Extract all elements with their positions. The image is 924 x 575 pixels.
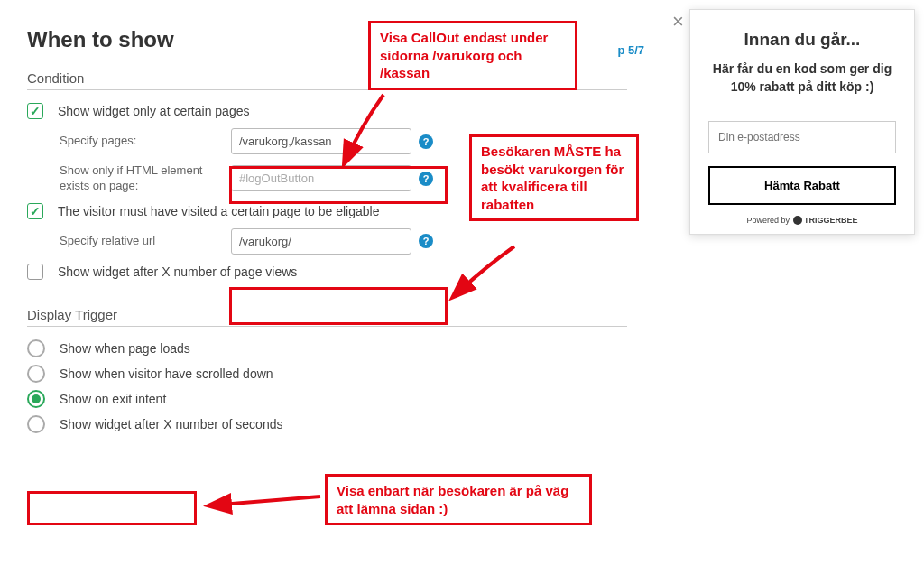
radio-load[interactable] (27, 339, 45, 357)
display-trigger-title: Display Trigger (27, 307, 627, 327)
help-icon[interactable]: ? (419, 234, 433, 248)
row-trigger-secs: Show widget after X number of seconds (27, 415, 627, 433)
label-secs: Show widget after X number of seconds (60, 417, 282, 431)
annotation-exit-intent: Visa enbart när besökaren är på väg att … (325, 474, 592, 525)
checkbox-must-visit[interactable] (27, 203, 43, 219)
step-indicator: p 5/7 (617, 43, 644, 57)
annotation-callout-pages: Visa CallOut endast under sidorna /varuk… (368, 21, 578, 90)
help-icon[interactable]: ? (419, 172, 433, 186)
popup-email-input[interactable] (708, 121, 896, 153)
help-icon[interactable]: ? (419, 134, 433, 149)
input-specify-url[interactable] (231, 228, 411, 255)
row-specify-url: Specify relative url ? (60, 228, 627, 255)
checkbox-certain-pages[interactable] (27, 103, 43, 119)
popup-preview: × Innan du går... Här får du en kod som … (689, 9, 915, 235)
label-specify-pages: Specify pages: (60, 134, 231, 149)
close-icon[interactable]: × (672, 12, 684, 32)
label-must-visit: The visitor must have visited a certain … (58, 204, 379, 218)
powered-by: Powered by TRIGGERBEE (708, 216, 896, 225)
label-exit: Show on exit intent (60, 392, 166, 406)
input-specify-pages[interactable] (231, 128, 411, 154)
highlight-exit-row (27, 491, 197, 525)
row-trigger-exit: Show on exit intent (27, 390, 627, 408)
popup-title: Innan du går... (708, 30, 896, 50)
brand-icon (793, 216, 802, 225)
radio-exit[interactable] (27, 390, 45, 408)
label-specify-url: Specify relative url (60, 234, 231, 249)
row-page-views: Show widget after X number of page views (27, 264, 627, 280)
popup-text: Här får du en kod som ger dig 10% rabatt… (708, 60, 896, 96)
row-trigger-load: Show when page loads (27, 339, 627, 357)
arrow-icon (203, 487, 329, 515)
popup-submit-button[interactable]: Hämta Rabatt (708, 166, 896, 205)
label-scroll: Show when visitor have scrolled down (60, 366, 273, 381)
checkbox-page-views[interactable] (27, 264, 43, 280)
label-html-element: Show only if HTML element exists on page… (60, 163, 231, 194)
radio-scroll[interactable] (27, 365, 45, 383)
radio-secs[interactable] (27, 415, 45, 433)
row-trigger-scroll: Show when visitor have scrolled down (27, 365, 627, 383)
label-certain-pages: Show widget only at certain pages (58, 104, 249, 118)
annotation-must-visit: Besökaren MÅSTE ha besökt varukorgen för… (469, 134, 639, 221)
row-certain-pages: Show widget only at certain pages (27, 103, 627, 119)
label-page-views: Show widget after X number of page views (58, 264, 297, 279)
label-load: Show when page loads (60, 341, 190, 356)
input-html-element[interactable] (231, 165, 411, 191)
